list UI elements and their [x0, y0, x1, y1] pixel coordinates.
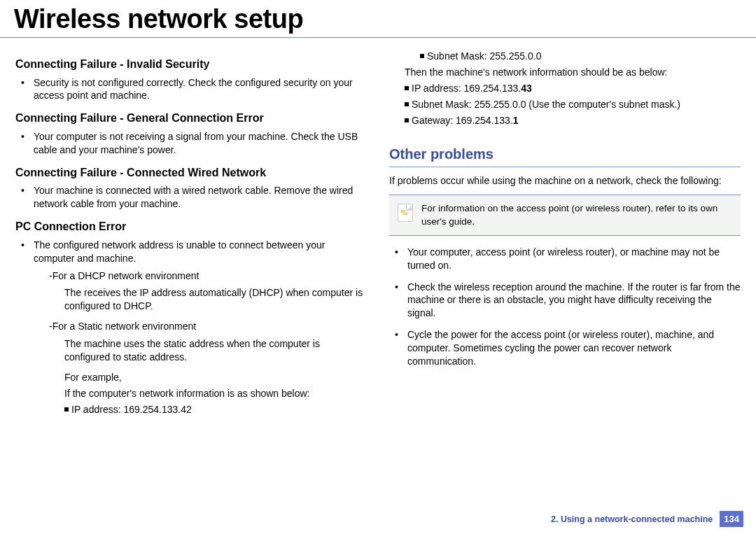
list-item: Check the wireless reception around the …	[392, 281, 741, 321]
page-number: 134	[720, 511, 743, 527]
square-bullet-icon	[64, 407, 69, 412]
list-item: Your computer, access point (or wireless…	[392, 246, 741, 272]
heading-other-problems: Other problems	[389, 145, 741, 164]
list-item: Cycle the power for the access point (or…	[392, 328, 741, 368]
note-icon	[398, 204, 413, 222]
heading-pc-error: PC Connection Error	[15, 219, 367, 234]
square-bullet-icon	[405, 102, 409, 106]
list-wired-network: Your machine is connected with a wired n…	[15, 184, 367, 211]
dhcp-label-text: For a DHCP network environment	[52, 270, 200, 281]
result-ip-bold: 43	[521, 83, 532, 94]
note-text: For information on the access point (or …	[421, 202, 732, 227]
list-item: Your computer is not receiving a signal …	[18, 130, 367, 157]
heading-wired-network: Connecting Failure - Connected Wired Net…	[15, 165, 367, 181]
heading-general-error: Connecting Failure - General Connection …	[15, 111, 367, 126]
example-ip-text: IP address: 169.254.133.42	[71, 404, 192, 415]
example-ip: IP address: 169.254.133.42	[34, 403, 367, 416]
then-line: Then the machine's network information s…	[389, 66, 741, 79]
list-item: Security is not configured correctly. Ch…	[18, 76, 367, 103]
note-box: For information on the access point (or …	[389, 195, 741, 235]
left-column: Connecting Failure - Invalid Security Se…	[15, 48, 367, 425]
heading-invalid-security: Connecting Failure - Invalid Security	[15, 57, 367, 72]
square-bullet-icon	[405, 86, 409, 90]
result-subnet-text: Subnet Mask: 255.255.0.0 (Use the comput…	[412, 99, 680, 110]
result-gateway: Gateway: 169.254.133.1	[389, 114, 741, 127]
result-ip: IP address: 169.254.133.43	[389, 82, 741, 95]
content-columns: Connecting Failure - Invalid Security Se…	[0, 48, 756, 425]
list-item: The configured network address is unable…	[18, 239, 367, 416]
dhcp-label: For a DHCP network environment	[34, 269, 367, 283]
result-subnet: Subnet Mask: 255.255.0.0 (Use the comput…	[389, 98, 741, 111]
other-intro: If problems occur while using the machin…	[389, 174, 741, 188]
list-pc-error: The configured network address is unable…	[15, 239, 367, 416]
square-bullet-icon	[420, 54, 424, 58]
list-item: Your machine is connected with a wired n…	[18, 184, 367, 211]
result-gateway-bold: 1	[513, 115, 519, 126]
page-title: Wireless network setup	[0, 0, 756, 37]
pc-error-intro: The configured network address is unable…	[34, 239, 325, 264]
subnet-top: Subnet Mask: 255.255.0.0	[389, 50, 741, 63]
static-text: The machine uses the static address when…	[34, 337, 367, 364]
section-rule	[389, 167, 741, 167]
result-gateway-prefix: Gateway: 169.254.133.	[412, 115, 513, 126]
dhcp-text: The receives the IP address automaticall…	[34, 286, 367, 313]
result-ip-prefix: IP address: 169.254.133.	[412, 83, 521, 94]
footer-chapter: 2. Using a network-connected machine	[551, 514, 713, 524]
list-invalid-security: Security is not configured correctly. Ch…	[15, 76, 367, 103]
page-footer: 2. Using a network-connected machine 134	[551, 511, 743, 527]
title-rule	[0, 37, 756, 38]
for-example: For example,	[34, 371, 367, 384]
list-other-problems: Your computer, access point (or wireless…	[389, 246, 741, 368]
right-column: Subnet Mask: 255.255.0.0 Then the machin…	[389, 48, 741, 425]
static-label-text: For a Static network environment	[52, 321, 196, 332]
subnet-top-text: Subnet Mask: 255.255.0.0	[427, 50, 541, 62]
list-general-error: Your computer is not receiving a signal …	[15, 130, 367, 157]
static-label: For a Static network environment	[34, 320, 367, 333]
if-shown: If the computer's network information is…	[34, 387, 367, 400]
square-bullet-icon	[405, 118, 409, 122]
